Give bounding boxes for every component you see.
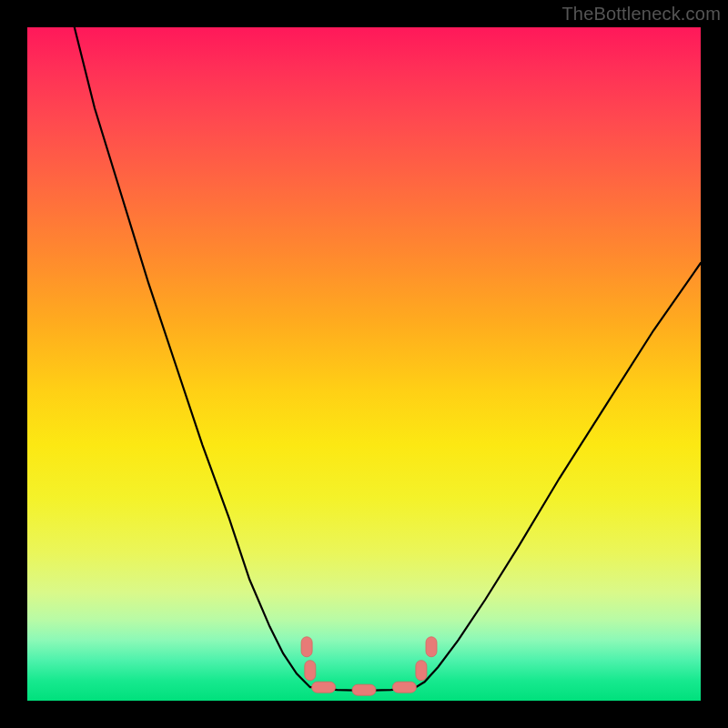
bottleneck-curve — [75, 27, 701, 691]
highlight-marker-5 — [416, 661, 427, 681]
highlight-marker-0 — [301, 637, 312, 657]
watermark-text: TheBottleneck.com — [561, 4, 721, 25]
highlight-marker-2 — [312, 682, 336, 693]
highlight-marker-4 — [392, 682, 416, 693]
highlight-marker-1 — [305, 661, 316, 681]
plot-area — [27, 27, 701, 701]
highlight-markers — [301, 637, 437, 695]
highlight-marker-3 — [352, 684, 376, 695]
bottleneck-curve-svg — [27, 27, 701, 701]
outer-frame: TheBottleneck.com — [0, 0, 728, 728]
highlight-marker-6 — [426, 637, 437, 657]
